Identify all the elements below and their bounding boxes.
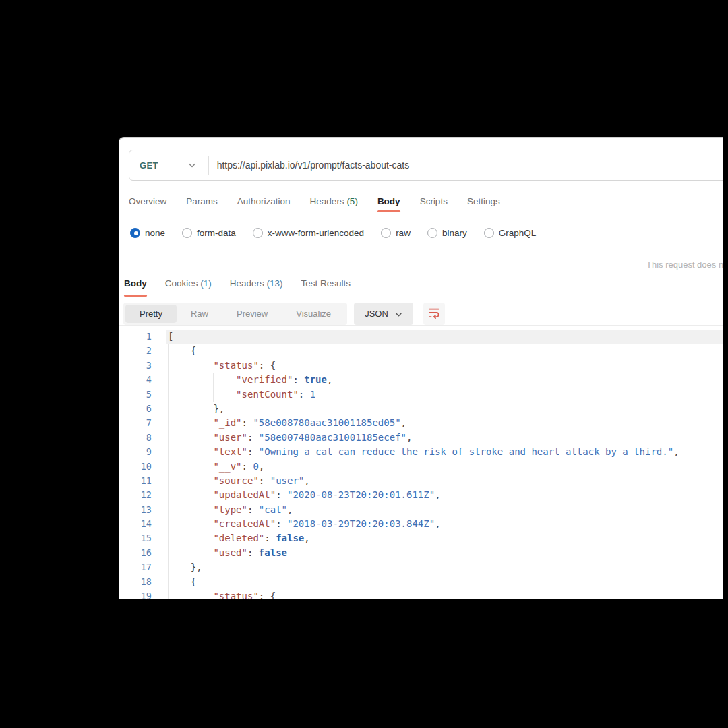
- code-line: 6},: [119, 402, 723, 416]
- indent-guide: [168, 416, 191, 430]
- line-number: 6: [119, 402, 152, 416]
- line-number: 1: [119, 330, 152, 344]
- tab-label: Scripts: [420, 196, 448, 206]
- line-number: 13: [119, 503, 152, 517]
- line-number: 2: [119, 344, 152, 358]
- tab-label: Overview: [129, 196, 166, 206]
- tab-request-headers[interactable]: Headers (5): [310, 193, 358, 212]
- indent-guide: [191, 546, 214, 560]
- response-toolbar: PrettyRawPreviewVisualize JSON: [119, 303, 723, 326]
- indent-guide: [168, 388, 191, 402]
- active-tab-underline: [377, 210, 400, 212]
- indent-guide: [191, 503, 214, 517]
- indent-guide: [191, 474, 214, 488]
- tab-count-badge: (13): [264, 278, 283, 289]
- tab-response-headers[interactable]: Headers (13): [230, 275, 283, 297]
- line-number: 7: [119, 416, 152, 430]
- response-tabs: BodyCookies (1)Headers (13)Test Results: [124, 275, 723, 297]
- body-mode-none[interactable]: none: [130, 228, 165, 238]
- line-number: 9: [119, 445, 152, 459]
- indent-guide: [191, 416, 214, 430]
- code-line: 12"updatedAt": "2020-08-23T20:20:01.611Z…: [119, 488, 723, 502]
- indent-guide: [168, 503, 191, 517]
- method-selector[interactable]: GET: [129, 150, 208, 180]
- tab-request-overview[interactable]: Overview: [129, 193, 166, 212]
- indent-guide: [168, 531, 191, 545]
- radio-icon: [381, 228, 391, 238]
- format-dropdown[interactable]: JSON: [354, 303, 413, 325]
- indent-guide: [168, 431, 191, 445]
- indent-guide: [191, 373, 214, 387]
- tab-request-body[interactable]: Body: [377, 193, 400, 212]
- body-mode-x-www-form-urlencoded[interactable]: x-www-form-urlencoded: [253, 228, 364, 238]
- line-number: 14: [119, 517, 152, 531]
- mode-label: binary: [442, 228, 467, 238]
- line-number: 19: [119, 589, 152, 599]
- chevron-down-icon: [395, 308, 402, 320]
- indent-guide: [168, 445, 191, 459]
- body-mode-binary[interactable]: binary: [427, 228, 467, 238]
- indent-guide: [213, 388, 236, 402]
- code-line: 18{: [119, 575, 723, 589]
- code-line: 4"verified": true,: [119, 373, 723, 387]
- tab-request-authorization[interactable]: Authorization: [237, 193, 291, 212]
- line-number: 8: [119, 431, 152, 445]
- code-content: "used": false: [166, 546, 723, 560]
- line-number: 11: [119, 474, 152, 488]
- radio-icon: [253, 228, 263, 238]
- line-number: 3: [119, 359, 152, 373]
- body-mode-form-data[interactable]: form-data: [182, 228, 236, 238]
- indent-guide: [168, 589, 191, 599]
- code-content: "source": "user",: [166, 474, 723, 488]
- view-pretty[interactable]: Pretty: [125, 305, 177, 323]
- tab-response-body[interactable]: Body: [124, 275, 147, 297]
- radio-icon: [182, 228, 192, 238]
- code-content: },: [166, 402, 723, 416]
- code-line: 13"type": "cat",: [119, 503, 723, 517]
- tab-request-params[interactable]: Params: [186, 193, 218, 212]
- tab-label: Headers: [310, 196, 344, 206]
- line-number: 17: [119, 560, 152, 574]
- code-content: "status": {: [166, 589, 723, 599]
- tab-label: Cookies: [165, 278, 198, 289]
- tab-request-settings[interactable]: Settings: [467, 193, 500, 212]
- tab-response-test-results[interactable]: Test Results: [301, 275, 351, 297]
- mode-label: form-data: [197, 228, 236, 238]
- indent-guide: [168, 359, 191, 373]
- view-visualize[interactable]: Visualize: [282, 305, 345, 323]
- line-number: 5: [119, 388, 152, 402]
- code-line: 19"status": {: [119, 589, 723, 599]
- code-line: 10"__v": 0,: [119, 460, 723, 474]
- line-number: 18: [119, 575, 152, 589]
- url-input[interactable]: [209, 150, 723, 180]
- code-line: 16"used": false: [119, 546, 723, 560]
- code-content: "text": "Owning a cat can reduce the ris…: [166, 445, 723, 459]
- wrap-text-button[interactable]: [423, 303, 445, 325]
- indent-guide: [168, 560, 191, 574]
- line-number: 12: [119, 488, 152, 502]
- code-line: 15"deleted": false,: [119, 531, 723, 545]
- tab-request-scripts[interactable]: Scripts: [420, 193, 448, 212]
- chevron-down-icon: [188, 159, 196, 171]
- radio-icon: [427, 228, 437, 238]
- view-raw[interactable]: Raw: [177, 305, 222, 323]
- tab-label: Params: [186, 196, 218, 206]
- indent-guide: [168, 575, 191, 589]
- indent-guide: [191, 589, 214, 599]
- tab-response-cookies[interactable]: Cookies (1): [165, 275, 212, 297]
- mode-label: GraphQL: [499, 228, 537, 238]
- indent-guide: [168, 373, 191, 387]
- indent-guide: [168, 546, 191, 560]
- indent-guide: [168, 344, 191, 358]
- body-mode-graphql[interactable]: GraphQL: [484, 228, 537, 238]
- code-content: "__v": 0,: [166, 460, 723, 474]
- indent-guide: [168, 474, 191, 488]
- view-preview[interactable]: Preview: [222, 305, 282, 323]
- tab-count-badge: (5): [344, 196, 358, 206]
- body-mode-raw[interactable]: raw: [381, 228, 411, 238]
- code-line: 14"createdAt": "2018-03-29T20:20:03.844Z…: [119, 517, 723, 531]
- tab-label: Body: [124, 278, 147, 289]
- code-line: 5"sentCount": 1: [119, 388, 723, 402]
- code-content: {: [166, 344, 723, 358]
- code-content: "sentCount": 1: [166, 388, 723, 402]
